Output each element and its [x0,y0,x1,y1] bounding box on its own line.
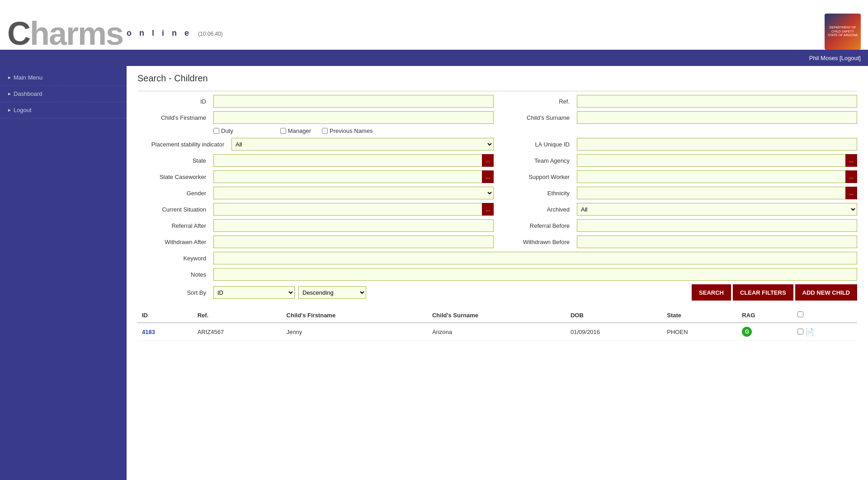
arrow-icon: ► [7,91,12,96]
select-all-checkbox[interactable] [797,311,803,317]
add-new-child-button[interactable]: ADD NEW CHILD [795,284,857,301]
ethnicity-input-group: ... [577,187,857,199]
current-situation-input[interactable] [213,203,482,216]
team-agency-input[interactable] [577,154,845,167]
cell-actions[interactable]: 📄 [793,323,857,341]
table-header: ID Ref. Child's Firstname Child's Surnam… [137,308,857,323]
app-header: Charms o n l i n e (10.06.40) DEPARTMENT… [0,0,868,50]
cell-id[interactable]: 4183 [137,323,193,341]
la-unique-input[interactable] [577,138,857,151]
manager-checkbox-label[interactable]: Manager [280,127,311,134]
user-info: Phil Moses [Logout] [809,55,861,61]
state-browse-btn[interactable]: ... [482,154,494,167]
state-caseworker-input[interactable] [213,170,482,183]
keyword-label: Keyword [137,255,210,262]
state-caseworker-input-group: ... [213,170,494,183]
col-header-dob: DOB [566,308,662,323]
firstname-input[interactable] [213,111,494,124]
cell-state: PHOEN [662,323,737,341]
clear-filters-button[interactable]: CLEAR FILTERS [733,284,793,301]
notes-row: Notes [137,268,857,281]
manager-checkbox[interactable] [280,128,286,134]
search-button[interactable]: SEARCH [692,284,731,301]
surname-label: Child's Surname [501,114,573,121]
logout-link[interactable]: [Logout] [840,55,861,61]
support-worker-browse-btn[interactable]: ... [845,170,857,183]
app-logo: Charms [7,17,123,50]
withdrawn-before-label: Withdrawn Before [501,239,573,245]
withdrawn-after-input[interactable] [213,235,494,248]
placement-label: Placement stability indicator [137,141,228,148]
state-caseworker-label: State Caseworker [137,174,210,180]
sidebar-item-dashboard[interactable]: ► Dashboard [0,86,127,102]
ref-label: Ref. [501,98,573,105]
support-worker-input-group: ... [577,170,857,183]
keyword-input[interactable] [213,252,857,264]
id-input[interactable] [213,95,494,108]
referral-after-label: Referral After [137,222,210,229]
sidebar-label-main-menu: Main Menu [14,74,42,81]
previous-names-checkbox[interactable] [322,128,328,134]
arrow-icon: ► [7,75,12,80]
gender-select[interactable] [213,187,494,199]
team-agency-input-group: ... [577,154,857,167]
rag-badge: G [742,327,752,337]
search-form: ID Ref. Child's Firstname Child's Surnam… [137,95,857,301]
team-agency-browse-btn[interactable]: ... [845,154,857,167]
current-situation-browse-btn[interactable]: ... [482,203,494,216]
state-input[interactable] [213,154,482,167]
previous-names-label: Previous Names [330,127,373,134]
surname-input[interactable] [577,111,857,124]
manager-label: Manager [288,127,311,134]
duty-checkbox[interactable] [213,128,219,134]
gender-label: Gender [137,190,210,197]
sidebar-label-logout: Logout [14,107,32,113]
referral-before-input[interactable] [577,219,857,232]
referral-after-input[interactable] [213,219,494,232]
sidebar-item-logout[interactable]: ► Logout [0,102,127,118]
row-checkbox[interactable] [797,329,803,334]
notes-input[interactable] [213,268,857,281]
col-header-rag: RAG [737,308,793,323]
main-layout: ► Main Menu ► Dashboard ► Logout Search … [0,66,868,480]
ref-input[interactable] [577,95,857,108]
withdrawn-after-label: Withdrawn After [137,239,210,245]
sort-order-select[interactable]: Descending Ascending [298,286,366,299]
team-agency-label: Team Agency [501,157,573,164]
ethnicity-browse-btn[interactable]: ... [845,187,857,199]
user-name: Phil Moses [809,55,838,61]
sidebar-label-dashboard: Dashboard [14,90,42,97]
id-link[interactable]: 4183 [142,329,155,335]
col-header-surname: Child's Surname [428,308,566,323]
col-header-actions [793,308,857,323]
archived-select[interactable]: All [577,203,857,216]
row-icon[interactable]: 📄 [805,328,814,336]
sort-by-select[interactable]: ID [213,286,295,299]
table-body: 4183 ARIZ4567 Jenny Arizona 01/09/2016 P… [137,323,857,341]
content-area: Search - Children ID Ref. Child's Firstn… [127,66,868,480]
cell-surname: Arizona [428,323,566,341]
withdrawn-before-input[interactable] [577,235,857,248]
duty-checkbox-label[interactable]: Duty [213,127,233,134]
col-header-ref: Ref. [193,308,282,323]
sort-by-label: Sort By [137,289,210,296]
previous-names-checkbox-label[interactable]: Previous Names [322,127,373,134]
id-label: ID [137,98,210,105]
cell-ref: ARIZ4567 [193,323,282,341]
state-input-group: ... [213,154,494,167]
placement-select[interactable]: All [231,138,494,151]
support-worker-label: Support Worker [501,174,573,180]
la-unique-label: LA Unique ID [501,141,573,148]
col-header-id: ID [137,308,193,323]
cell-dob: 01/09/2016 [566,323,662,341]
state-caseworker-browse-btn[interactable]: ... [482,170,494,183]
ethnicity-input[interactable] [577,187,845,199]
keyword-row: Keyword [137,252,857,264]
col-header-state: State [662,308,737,323]
arrow-icon: ► [7,108,12,113]
title-divider [137,91,857,91]
notes-label: Notes [137,271,210,278]
sidebar-item-main-menu[interactable]: ► Main Menu [0,70,127,86]
col-header-firstname: Child's Firstname [282,308,428,323]
support-worker-input[interactable] [577,170,845,183]
